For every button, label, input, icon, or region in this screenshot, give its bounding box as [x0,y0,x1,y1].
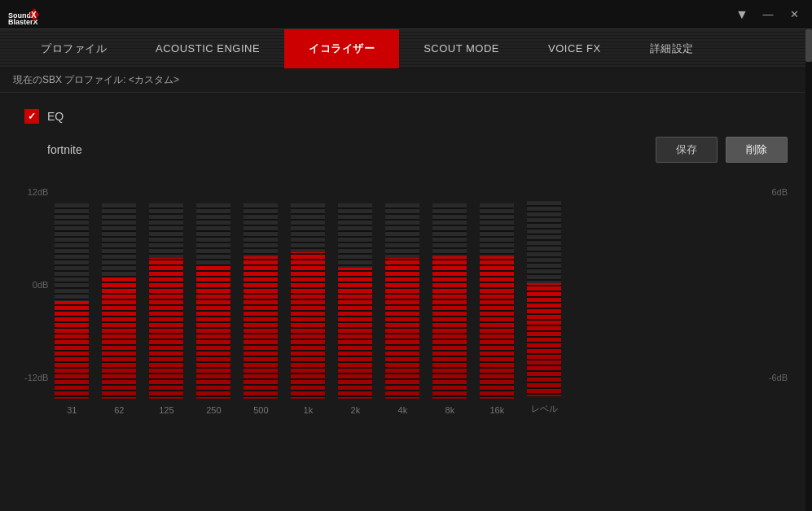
tab-settings[interactable]: 詳細設定 [625,29,718,68]
scrollbar[interactable] [805,29,812,511]
eq-bars-container: 31621252505001k2k4k8k16kレベル [55,187,762,415]
eq-bar-wrapper-8k[interactable] [432,203,467,399]
save-button[interactable]: 保存 [656,137,718,163]
preset-row: fortnite 保存 削除 [24,137,788,163]
eq-bar-segments [55,203,89,399]
eq-band-label-レベル: レベル [531,403,558,415]
eq-bar-wrapper-2k[interactable] [338,203,372,399]
eq-band-label-125: 125 [159,405,173,415]
eq-bar-wrapper-4k[interactable] [385,203,419,399]
eq-bar-segments [338,203,372,399]
db-label-neg12: -12dB [24,373,48,382]
eq-band-8k[interactable]: 8k [432,203,467,415]
status-bar: 現在のSBX プロファイル: <カスタム> [0,68,812,93]
eq-bar-segments [432,203,467,399]
eq-bar-segments [480,203,514,399]
tab-acoustic[interactable]: ACOUSTIC ENGINE [131,29,284,68]
eq-band-500[interactable]: 500 [244,203,278,415]
eq-bar-segments [244,203,278,399]
tab-scout[interactable]: SCOUT MODE [399,29,524,68]
eq-bar-wrapper-500[interactable] [244,203,278,399]
db-label-12: 12dB [24,187,48,197]
svg-text:X: X [31,11,37,20]
preset-name: fortnite [47,143,656,156]
title-bar-controls: ▼ — ✕ [731,5,805,24]
eq-band-125[interactable]: 125 [149,203,183,415]
tab-profile[interactable]: プロファイル [16,29,131,68]
delete-button[interactable]: 削除 [726,137,788,163]
eq-band-2k[interactable]: 2k [338,203,372,415]
eq-bar-wrapper-レベル[interactable] [527,201,561,396]
eq-band-label-4k: 4k [398,405,408,415]
eq-bar-wrapper-1k[interactable] [291,203,325,399]
eq-bar-segments [385,203,419,399]
eq-bar-segments [291,203,325,399]
title-bar: Sound BlasterX X ▼ — ✕ [0,0,812,29]
db-labels-right: 6dB -6dB [769,187,788,382]
eq-label: EQ [47,110,64,123]
scrollbar-thumb[interactable] [805,29,812,62]
tab-voicefx[interactable]: VOICE FX [524,29,625,68]
eq-bar-wrapper-250[interactable] [196,203,230,399]
eq-band-label-31: 31 [67,405,77,415]
eq-bar-wrapper-125[interactable] [149,203,183,399]
status-text: 現在のSBX プロファイル: <カスタム> [13,73,179,87]
minimize-button[interactable]: — [757,5,779,24]
db-labels-left: 12dB 0dB -12dB [24,187,48,382]
eq-band-250[interactable]: 250 [196,203,230,415]
eq-header: EQ [24,109,788,124]
eq-band-1k[interactable]: 1k [291,203,325,415]
eq-bar-wrapper-31[interactable] [55,203,89,399]
eq-bar-segments [196,203,230,399]
eq-band-レベル[interactable]: レベル [527,201,561,415]
db-label-right-6: 6dB [769,187,788,197]
eq-band-4k[interactable]: 4k [385,203,419,415]
db-label-right-neg6: -6dB [769,373,788,382]
tab-equalizer[interactable]: イコライザー [284,29,399,68]
dropdown-button[interactable]: ▼ [731,5,753,24]
eq-band-label-1k: 1k [304,405,314,415]
eq-visualizer-area: 12dB 0dB -12dB 31621252505001k2k4k8k16kレ… [24,187,788,415]
eq-band-label-250: 250 [206,405,221,415]
title-bar-left: Sound BlasterX X [7,3,39,26]
eq-band-label-16k: 16k [489,405,504,415]
eq-band-31[interactable]: 31 [55,203,89,415]
eq-band-label-62: 62 [114,405,124,415]
eq-band-label-2k: 2k [351,405,361,415]
main-content: EQ fortnite 保存 削除 12dB 0dB -12dB 3162125… [0,93,812,431]
eq-bar-wrapper-62[interactable] [102,203,136,399]
eq-bar-segments [149,203,183,399]
logo-icon: Sound BlasterX X [7,3,39,26]
eq-band-label-8k: 8k [446,405,455,415]
eq-bar-segments [102,203,136,399]
eq-band-label-500: 500 [253,405,268,415]
eq-bar-wrapper-16k[interactable] [480,203,514,399]
nav-bar: プロファイル ACOUSTIC ENGINE イコライザー SCOUT MODE… [0,29,812,68]
preset-buttons: 保存 削除 [656,137,788,163]
close-button[interactable]: ✕ [783,5,805,24]
eq-enable-checkbox[interactable] [24,109,39,124]
eq-bar-segments [527,201,561,396]
app-logo: Sound BlasterX X [7,3,39,26]
eq-band-16k[interactable]: 16k [480,203,514,415]
db-label-0: 0dB [24,280,48,290]
eq-band-62[interactable]: 62 [102,203,136,415]
